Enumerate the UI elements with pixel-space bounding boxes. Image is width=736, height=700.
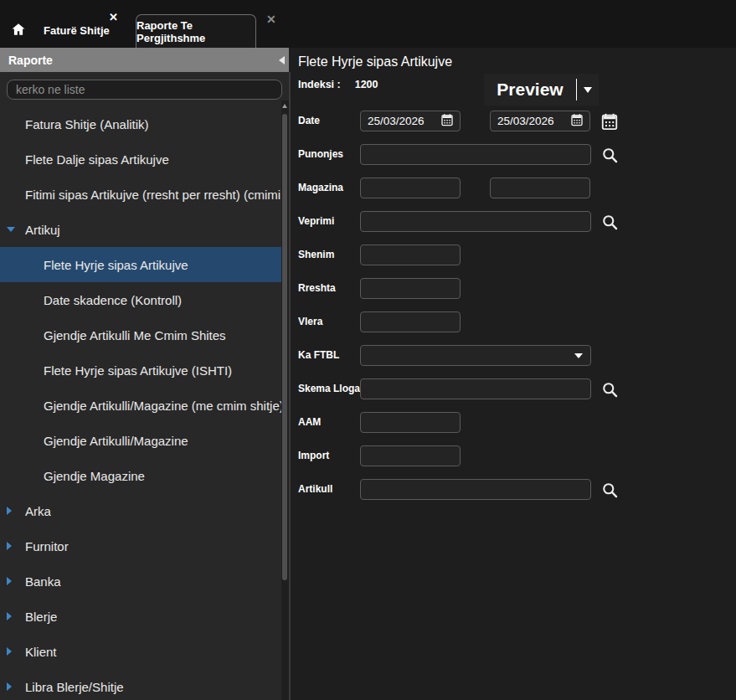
- tree-item-flete-hyrje-sipas-artikujve[interactable]: Flete Hyrje sipas Artikujve: [0, 247, 281, 282]
- tree-item-libra-blerje-shitje[interactable]: Libra Blerje/Shitje: [0, 669, 281, 700]
- page-title: Flete Hyrje sipas Artikujve: [298, 54, 452, 69]
- field-row-shenim: Shenim: [291, 244, 736, 265]
- tree-item-date-skadence-kontroll[interactable]: Date skadence (Kontroll): [0, 282, 281, 317]
- tree-item-fatura-shitje-analitik[interactable]: Fatura Shitje (Analitik): [0, 106, 281, 142]
- chevron-right-icon[interactable]: [7, 542, 12, 550]
- calendar-icon[interactable]: [570, 113, 584, 129]
- tree-item-label: Libra Blerje/Shitje: [25, 680, 124, 694]
- import-input[interactable]: [360, 445, 461, 466]
- tab-raporte-te-pergjithshme[interactable]: Raporte Te Pergjithshme: [136, 14, 256, 48]
- field-label: Artikull: [298, 479, 332, 500]
- tree-item-label: Fatura Shitje (Analitik): [25, 117, 149, 131]
- scroll-up-icon[interactable]: [282, 104, 287, 108]
- field-label: Skema Llogari: [298, 378, 367, 399]
- tree-item-label: Flete Dalje sipas Artikujve: [25, 152, 169, 167]
- vlera-input[interactable]: [360, 311, 461, 332]
- tree-item-klient[interactable]: Klient: [0, 634, 281, 669]
- veprimi-input[interactable]: [360, 211, 591, 232]
- tree-item-blerje[interactable]: Blerje: [0, 599, 281, 634]
- tree-item-label: Klient: [25, 645, 57, 659]
- reports-sidebar: Raporte Fatura Shitje (Analitik)Flete Da…: [0, 48, 289, 700]
- field-row-vlera: Vlera: [291, 311, 736, 332]
- date-value: 25/03/2026: [368, 115, 425, 127]
- tree-item-furnitor[interactable]: Furnitor: [0, 528, 281, 564]
- field-label: Punonjes: [298, 144, 343, 165]
- chevron-right-icon[interactable]: [7, 577, 12, 585]
- tree-item-label: Gjendje Artikulli/Magazine (me cmim shit…: [44, 399, 281, 413]
- tree-item-flete-dalje-sipas-artikujve[interactable]: Flete Dalje sipas Artikujve: [0, 142, 281, 177]
- tree-item-label: Flete Hyrje sipas Artikujve (ISHTI): [44, 363, 232, 378]
- date-from-input[interactable]: 25/03/2026: [360, 111, 461, 131]
- close-icon[interactable]: ✕: [266, 13, 276, 26]
- home-icon[interactable]: [10, 22, 27, 37]
- field-row-punonjes: Punonjes: [291, 144, 736, 165]
- sidebar-scrollbar[interactable]: [281, 100, 289, 700]
- report-detail-panel: Flete Hyrje sipas Artikujve Indeksi :120…: [291, 48, 736, 700]
- search-icon[interactable]: [600, 379, 620, 399]
- search-icon[interactable]: [600, 480, 620, 500]
- index-row: Indeksi :1200: [298, 79, 378, 90]
- date-to-input[interactable]: 25/03/2026: [490, 111, 590, 131]
- tree-item-gjendje-magazine[interactable]: Gjendje Magazine: [0, 458, 281, 493]
- chevron-down-icon: [584, 87, 592, 93]
- collapse-left-icon[interactable]: [279, 56, 285, 64]
- tree-item-label: Banka: [25, 574, 61, 589]
- ka-ftbl-select[interactable]: [360, 345, 591, 366]
- scrollbar-thumb[interactable]: [282, 114, 287, 580]
- tree-item-label: Arka: [25, 504, 51, 518]
- chevron-right-icon[interactable]: [7, 507, 12, 515]
- punonjes-input[interactable]: [360, 144, 591, 165]
- chevron-right-icon[interactable]: [7, 682, 12, 691]
- tree-item-label: Artikuj: [25, 223, 60, 237]
- magazina-input-2[interactable]: [490, 178, 590, 198]
- field-label: Vlera: [298, 311, 322, 332]
- search-input[interactable]: [7, 80, 282, 100]
- chevron-right-icon[interactable]: [7, 647, 12, 656]
- preview-button[interactable]: Preview: [484, 74, 599, 106]
- tree-item-fitimi-sipas-artikujve-rresht-per-rresht[interactable]: Fitimi sipas Artikujve (rresht per rresh…: [0, 177, 281, 212]
- field-label: AAM: [298, 412, 321, 433]
- index-value: 1200: [355, 79, 378, 90]
- field-label: Shenim: [298, 244, 334, 265]
- field-label: Import: [298, 445, 329, 466]
- search-icon[interactable]: [600, 145, 620, 165]
- tree-item-label: Gjendje Magazine: [44, 469, 145, 483]
- tree-item-label: Gjendje Artikulli/Magazine: [44, 434, 188, 448]
- calendar-icon[interactable]: [440, 113, 454, 129]
- tree-item-gjendje-artikulli-magazine-me-cmim-shitj[interactable]: Gjendje Artikulli/Magazine (me cmim shit…: [0, 388, 281, 423]
- field-label: Rreshta: [298, 278, 336, 299]
- magazina-input-1[interactable]: [360, 178, 461, 198]
- search-icon[interactable]: [600, 212, 620, 232]
- tree-item-artikuj[interactable]: Artikuj: [0, 212, 281, 247]
- tree-item-label: Date skadence (Kontroll): [44, 293, 182, 307]
- field-row-magazina: Magazina: [291, 178, 736, 198]
- tree-item-gjendje-artikulli-magazine[interactable]: Gjendje Artikulli/Magazine: [0, 423, 281, 458]
- close-icon[interactable]: ✕: [109, 11, 118, 23]
- chevron-right-icon[interactable]: [7, 612, 12, 620]
- tree-item-label: Fitimi sipas Artikujve (rresht per rresh…: [25, 188, 281, 202]
- skema-llogari-input[interactable]: [360, 378, 591, 399]
- index-label: Indeksi :: [298, 79, 341, 90]
- field-label: Ka FTBL: [298, 345, 339, 366]
- date-value: 25/03/2026: [497, 115, 554, 127]
- tree-item-banka[interactable]: Banka: [0, 564, 281, 599]
- preview-button-label: Preview: [484, 80, 576, 100]
- tab-fature-shitje[interactable]: Faturë Shitje: [44, 24, 110, 37]
- field-row-ka-ftbl: Ka FTBL: [291, 345, 736, 366]
- aam-input[interactable]: [360, 412, 461, 433]
- artikull-input[interactable]: [360, 479, 591, 500]
- preview-dropdown-toggle[interactable]: [577, 87, 599, 93]
- tree-item-flete-hyrje-sipas-artikujve-ishti[interactable]: Flete Hyrje sipas Artikujve (ISHTI): [0, 353, 281, 388]
- rreshta-input[interactable]: [360, 278, 461, 299]
- tree-item-arka[interactable]: Arka: [0, 493, 281, 528]
- calendar-icon[interactable]: [600, 111, 620, 131]
- tree-item-label: Furnitor: [25, 539, 69, 553]
- sidebar-header: Raporte: [0, 48, 289, 72]
- shenim-input[interactable]: [360, 244, 461, 265]
- field-row-aam: AAM: [291, 412, 736, 433]
- tree-item-label: Flete Hyrje sipas Artikujve: [44, 258, 188, 272]
- chevron-down-icon[interactable]: [7, 227, 15, 232]
- field-row-import: Import: [291, 445, 736, 466]
- tree-item-gjendje-artikulli-me-cmim-shites[interactable]: Gjendje Artikulli Me Cmim Shites: [0, 317, 281, 353]
- tree-item-label: Gjendje Artikulli Me Cmim Shites: [44, 328, 226, 342]
